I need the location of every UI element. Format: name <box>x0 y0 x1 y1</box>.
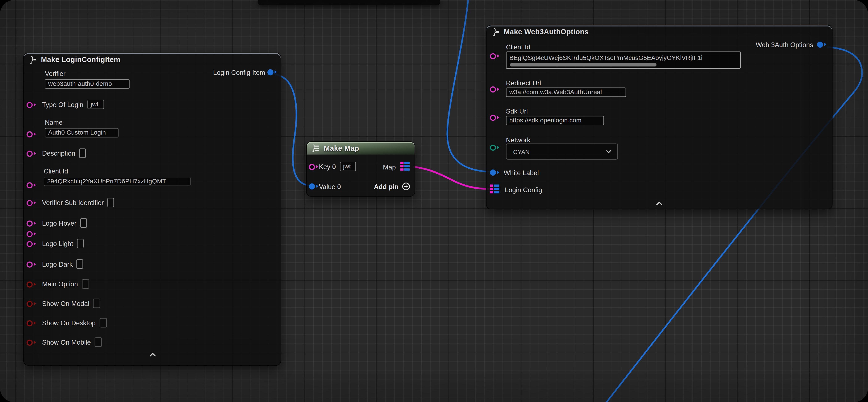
show-on-modal-label: Show On Modal <box>42 299 89 307</box>
main-option-label: Main Option <box>42 280 78 288</box>
type-of-login-label: Type Of Login <box>42 100 84 108</box>
pin-show-on-mobile[interactable] <box>27 339 36 346</box>
pin-description[interactable] <box>27 150 36 157</box>
pin-show-on-modal[interactable] <box>27 300 36 307</box>
name-label: Name <box>45 119 118 126</box>
node-header-make-loginconfigitem[interactable]: Make LoginConfigItem <box>24 53 281 66</box>
pin-network[interactable] <box>490 144 499 151</box>
client-id-label: Client Id <box>44 167 190 175</box>
key0-label: Key 0 <box>319 163 336 170</box>
show-on-desktop-label: Show On Desktop <box>42 319 96 327</box>
client-id-value: BEglQSgt4cUWcj6SKRdu5QkOXTsePmMcusG5EAoy… <box>509 54 703 61</box>
verifier-group: Verifier web3auth-auth0-demo <box>45 70 129 89</box>
offscreen-node-bottom-edge[interactable] <box>258 0 440 5</box>
main-option-checkbox[interactable] <box>82 279 89 289</box>
description-input[interactable] <box>79 148 86 158</box>
node-header-make-web3authoptions[interactable]: Make Web3AuthOptions <box>487 25 832 38</box>
value0-label: Value 0 <box>319 183 341 191</box>
make-container-icon <box>312 144 320 152</box>
add-pin-label[interactable]: Add pin <box>374 182 399 190</box>
white-label-label: White Label <box>504 169 539 177</box>
web3auth-options-output-label: Web 3Auth Options <box>755 41 813 49</box>
pin-login-config[interactable] <box>490 184 500 194</box>
pin-verifier[interactable] <box>27 131 36 138</box>
map-output-label: Map <box>383 163 396 171</box>
node-title: Make Map <box>324 144 359 152</box>
collapse-node-chevron[interactable] <box>149 352 157 357</box>
pin-map-output[interactable] <box>400 162 410 171</box>
node-make-map[interactable]: Make Map Key 0 jwt Value 0 Map Add pin <box>306 141 415 197</box>
logo-hover-label: Logo Hover <box>42 219 76 227</box>
show-on-mobile-checkbox[interactable] <box>95 338 102 347</box>
make-struct-icon <box>492 28 500 36</box>
network-dropdown[interactable]: CYAN <box>506 144 618 160</box>
node-make-web3authoptions[interactable]: Make Web3AuthOptions Client Id BEglQSgt4… <box>486 25 833 210</box>
pin-main-option[interactable] <box>27 281 36 288</box>
wire-map-to-loginconfig <box>413 167 490 189</box>
node-title: Make Web3AuthOptions <box>504 28 589 36</box>
add-pin-icon[interactable] <box>402 182 410 191</box>
verifier-input[interactable]: web3auth-auth0-demo <box>45 79 129 89</box>
logo-dark-label: Logo Dark <box>42 260 73 268</box>
node-title: Make LoginConfigItem <box>41 56 120 64</box>
pin-logo-dark[interactable] <box>27 261 36 268</box>
verifier-sub-identifier-input[interactable] <box>107 198 114 207</box>
pin-white-label[interactable] <box>490 169 499 176</box>
network-label: Network <box>506 136 530 144</box>
type-of-login-input[interactable]: jwt <box>87 100 104 109</box>
show-on-desktop-checkbox[interactable] <box>100 318 107 327</box>
pin-name[interactable] <box>27 182 36 189</box>
pin-redirect-url[interactable] <box>490 86 499 93</box>
chevron-down-icon <box>606 150 612 153</box>
show-on-modal-checkbox[interactable] <box>93 298 100 308</box>
redirect-url-label: Redirect Url <box>506 79 541 87</box>
verifier-label: Verifier <box>45 70 129 78</box>
client-id-group: Client Id 294QRkchfq2YaXUbPri7D6PH7xzHgQ… <box>44 167 190 186</box>
client-id-scrollbar[interactable] <box>510 63 656 66</box>
collapse-node-chevron[interactable] <box>655 201 663 206</box>
make-struct-icon <box>29 56 37 64</box>
pin-login-config-item-output[interactable] <box>268 69 277 76</box>
logo-dark-input[interactable] <box>77 259 84 269</box>
verifier-sub-identifier-label: Verifier Sub Identifier <box>42 199 104 206</box>
pin-logo-hover[interactable] <box>27 220 36 227</box>
pin-web3auth-options-output[interactable] <box>817 41 827 48</box>
logo-light-input[interactable] <box>77 239 84 248</box>
network-selected-value: CYAN <box>513 148 530 155</box>
name-input[interactable]: Auth0 Custom Login <box>45 128 118 138</box>
wire-top-to-whitelabel <box>447 0 491 172</box>
pin-key0[interactable] <box>309 163 318 171</box>
logo-hover-input[interactable] <box>80 218 87 228</box>
node-make-loginconfigitem[interactable]: Make LoginConfigItem Verifier web3auth-a… <box>23 53 281 366</box>
pin-client-id[interactable] <box>490 53 499 60</box>
pin-show-on-desktop[interactable] <box>27 320 36 327</box>
graph-grid[interactable]: Make LoginConfigItem Verifier web3auth-a… <box>0 0 868 402</box>
pin-verifier-sub-identifier[interactable] <box>27 200 36 207</box>
pin-type-of-login[interactable] <box>27 101 36 109</box>
logo-light-label: Logo Light <box>42 240 73 248</box>
client-id-input[interactable]: 294QRkchfq2YaXUbPri7D6PH7xzHgQMT <box>44 177 190 186</box>
pin-client-id[interactable] <box>27 230 36 237</box>
blueprint-graph-canvas[interactable]: Make LoginConfigItem Verifier web3auth-a… <box>0 0 868 402</box>
pin-value0[interactable] <box>309 183 318 190</box>
login-config-label: Login Config <box>505 186 542 194</box>
node-header-make-map[interactable]: Make Map <box>307 142 415 155</box>
pin-logo-light[interactable] <box>27 240 36 248</box>
client-id-input[interactable]: BEglQSgt4cUWcj6SKRdu5QkOXTsePmMcusG5EAoy… <box>506 52 741 69</box>
description-label: Description <box>42 149 75 157</box>
redirect-url-input[interactable]: w3a://com.w3a.Web3AuthUnreal <box>506 87 626 97</box>
login-config-item-output-label: Login Config Item <box>213 69 265 77</box>
show-on-mobile-label: Show On Mobile <box>42 338 91 346</box>
name-group: Name Auth0 Custom Login <box>45 119 118 138</box>
pin-sdk-url[interactable] <box>490 114 499 121</box>
sdk-url-input[interactable]: https://sdk.openlogin.com <box>506 116 604 125</box>
key0-input[interactable]: jwt <box>340 162 355 171</box>
client-id-label: Client Id <box>506 43 530 51</box>
sdk-url-label: Sdk Url <box>506 108 528 115</box>
